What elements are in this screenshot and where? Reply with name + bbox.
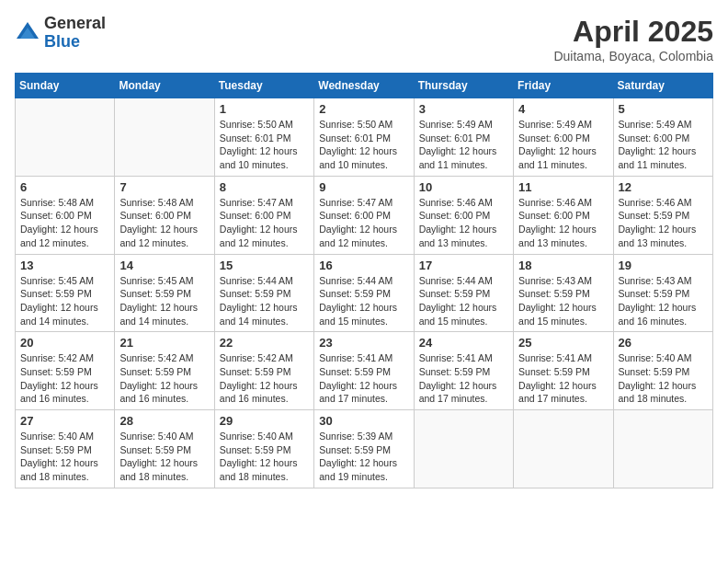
table-row: 14Sunrise: 5:45 AM Sunset: 5:59 PM Dayli…	[115, 254, 214, 332]
table-row: 18Sunrise: 5:43 AM Sunset: 5:59 PM Dayli…	[514, 254, 613, 332]
day-info: Sunrise: 5:41 AM Sunset: 5:59 PM Dayligh…	[419, 351, 508, 406]
table-row: 26Sunrise: 5:40 AM Sunset: 5:59 PM Dayli…	[613, 332, 712, 410]
day-info: Sunrise: 5:46 AM Sunset: 6:00 PM Dayligh…	[518, 196, 608, 250]
day-number: 11	[518, 180, 608, 194]
table-row: 20Sunrise: 5:42 AM Sunset: 5:59 PM Dayli…	[16, 332, 115, 410]
col-tuesday: Tuesday	[214, 74, 313, 98]
day-number: 30	[319, 414, 408, 428]
location-subtitle: Duitama, Boyaca, Colombia	[553, 49, 713, 63]
calendar-week-4: 20Sunrise: 5:42 AM Sunset: 5:59 PM Dayli…	[16, 332, 713, 410]
day-info: Sunrise: 5:44 AM Sunset: 5:59 PM Dayligh…	[419, 274, 508, 328]
col-sunday: Sunday	[16, 74, 115, 98]
title-area: April 2025 Duitama, Boyaca, Colombia	[553, 15, 713, 63]
table-row	[16, 98, 115, 177]
day-number: 26	[619, 336, 708, 350]
month-title: April 2025	[553, 15, 713, 49]
day-info: Sunrise: 5:49 AM Sunset: 6:01 PM Dayligh…	[419, 118, 508, 172]
day-number: 5	[619, 102, 708, 116]
col-friday: Friday	[514, 74, 613, 98]
calendar-week-1: 1Sunrise: 5:50 AM Sunset: 6:01 PM Daylig…	[16, 98, 713, 177]
logo-general: General	[44, 15, 106, 33]
day-number: 13	[20, 259, 109, 272]
table-row: 13Sunrise: 5:45 AM Sunset: 5:59 PM Dayli…	[16, 254, 115, 332]
day-number: 23	[319, 336, 408, 350]
table-row: 5Sunrise: 5:49 AM Sunset: 6:00 PM Daylig…	[613, 98, 712, 177]
table-row	[414, 410, 513, 488]
day-info: Sunrise: 5:47 AM Sunset: 6:00 PM Dayligh…	[220, 196, 309, 250]
table-row	[514, 410, 613, 488]
day-number: 20	[20, 336, 109, 350]
day-number: 4	[518, 102, 608, 116]
table-row: 25Sunrise: 5:41 AM Sunset: 5:59 PM Dayli…	[514, 332, 613, 410]
day-number: 8	[220, 180, 309, 194]
table-row: 28Sunrise: 5:40 AM Sunset: 5:59 PM Dayli…	[115, 410, 214, 488]
logo-blue: Blue	[44, 33, 106, 52]
day-number: 21	[119, 336, 209, 350]
day-info: Sunrise: 5:46 AM Sunset: 5:59 PM Dayligh…	[619, 196, 708, 250]
calendar-week-2: 6Sunrise: 5:48 AM Sunset: 6:00 PM Daylig…	[16, 176, 713, 254]
day-info: Sunrise: 5:50 AM Sunset: 6:01 PM Dayligh…	[319, 118, 408, 172]
table-row: 11Sunrise: 5:46 AM Sunset: 6:00 PM Dayli…	[514, 176, 613, 254]
day-number: 9	[319, 180, 408, 194]
table-row: 3Sunrise: 5:49 AM Sunset: 6:01 PM Daylig…	[414, 98, 513, 177]
day-number: 27	[20, 414, 109, 428]
table-row: 27Sunrise: 5:40 AM Sunset: 5:59 PM Dayli…	[16, 410, 115, 488]
day-info: Sunrise: 5:45 AM Sunset: 5:59 PM Dayligh…	[20, 274, 109, 328]
table-row: 19Sunrise: 5:43 AM Sunset: 5:59 PM Dayli…	[613, 254, 712, 332]
logo-icon	[15, 20, 40, 46]
table-row: 21Sunrise: 5:42 AM Sunset: 5:59 PM Dayli…	[115, 332, 214, 410]
day-number: 19	[619, 259, 708, 272]
table-row: 10Sunrise: 5:46 AM Sunset: 6:00 PM Dayli…	[414, 176, 513, 254]
calendar-table: Sunday Monday Tuesday Wednesday Thursday…	[15, 73, 713, 488]
day-number: 2	[319, 102, 408, 116]
day-number: 7	[119, 180, 209, 194]
table-row: 16Sunrise: 5:44 AM Sunset: 5:59 PM Dayli…	[314, 254, 414, 332]
day-info: Sunrise: 5:44 AM Sunset: 5:59 PM Dayligh…	[319, 274, 408, 328]
day-number: 29	[220, 414, 309, 428]
day-info: Sunrise: 5:47 AM Sunset: 6:00 PM Dayligh…	[319, 196, 408, 250]
day-info: Sunrise: 5:41 AM Sunset: 5:59 PM Dayligh…	[319, 351, 408, 406]
day-number: 14	[119, 259, 209, 272]
day-info: Sunrise: 5:49 AM Sunset: 6:00 PM Dayligh…	[619, 118, 708, 172]
day-info: Sunrise: 5:48 AM Sunset: 6:00 PM Dayligh…	[20, 196, 109, 250]
day-number: 10	[419, 180, 508, 194]
table-row: 1Sunrise: 5:50 AM Sunset: 6:01 PM Daylig…	[214, 98, 313, 177]
day-info: Sunrise: 5:42 AM Sunset: 5:59 PM Dayligh…	[119, 351, 209, 406]
day-info: Sunrise: 5:41 AM Sunset: 5:59 PM Dayligh…	[518, 351, 608, 406]
table-row: 8Sunrise: 5:47 AM Sunset: 6:00 PM Daylig…	[214, 176, 313, 254]
day-info: Sunrise: 5:45 AM Sunset: 5:59 PM Dayligh…	[119, 274, 209, 328]
col-thursday: Thursday	[414, 74, 513, 98]
table-row: 23Sunrise: 5:41 AM Sunset: 5:59 PM Dayli…	[314, 332, 414, 410]
logo: General Blue	[15, 15, 106, 52]
day-info: Sunrise: 5:40 AM Sunset: 5:59 PM Dayligh…	[220, 430, 309, 484]
table-row	[613, 410, 712, 488]
day-number: 25	[518, 336, 608, 350]
day-number: 24	[419, 336, 508, 350]
day-info: Sunrise: 5:42 AM Sunset: 5:59 PM Dayligh…	[20, 351, 109, 406]
day-info: Sunrise: 5:40 AM Sunset: 5:59 PM Dayligh…	[119, 430, 209, 484]
table-row: 9Sunrise: 5:47 AM Sunset: 6:00 PM Daylig…	[314, 176, 414, 254]
day-number: 17	[419, 259, 508, 272]
day-number: 3	[419, 102, 508, 116]
table-row: 30Sunrise: 5:39 AM Sunset: 5:59 PM Dayli…	[314, 410, 414, 488]
day-info: Sunrise: 5:50 AM Sunset: 6:01 PM Dayligh…	[220, 118, 309, 172]
day-number: 12	[619, 180, 708, 194]
day-info: Sunrise: 5:49 AM Sunset: 6:00 PM Dayligh…	[518, 118, 608, 172]
calendar-week-5: 27Sunrise: 5:40 AM Sunset: 5:59 PM Dayli…	[16, 410, 713, 488]
day-info: Sunrise: 5:43 AM Sunset: 5:59 PM Dayligh…	[518, 274, 608, 328]
calendar-header-row: Sunday Monday Tuesday Wednesday Thursday…	[16, 74, 713, 98]
day-number: 16	[319, 259, 408, 272]
table-row: 17Sunrise: 5:44 AM Sunset: 5:59 PM Dayli…	[414, 254, 513, 332]
table-row: 24Sunrise: 5:41 AM Sunset: 5:59 PM Dayli…	[414, 332, 513, 410]
day-info: Sunrise: 5:42 AM Sunset: 5:59 PM Dayligh…	[220, 351, 309, 406]
day-info: Sunrise: 5:39 AM Sunset: 5:59 PM Dayligh…	[319, 430, 408, 484]
col-wednesday: Wednesday	[314, 74, 414, 98]
table-row: 15Sunrise: 5:44 AM Sunset: 5:59 PM Dayli…	[214, 254, 313, 332]
col-monday: Monday	[115, 74, 214, 98]
day-number: 18	[518, 259, 608, 272]
day-number: 28	[119, 414, 209, 428]
table-row: 4Sunrise: 5:49 AM Sunset: 6:00 PM Daylig…	[514, 98, 613, 177]
day-info: Sunrise: 5:46 AM Sunset: 6:00 PM Dayligh…	[419, 196, 508, 250]
day-info: Sunrise: 5:44 AM Sunset: 5:59 PM Dayligh…	[220, 274, 309, 328]
table-row: 22Sunrise: 5:42 AM Sunset: 5:59 PM Dayli…	[214, 332, 313, 410]
